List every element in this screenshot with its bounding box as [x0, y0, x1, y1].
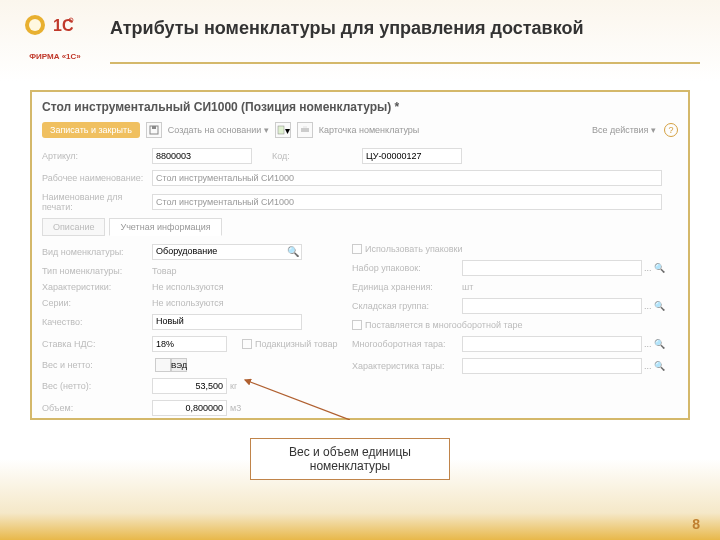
char-value: Не используются [152, 282, 224, 292]
volume-unit: м3 [230, 403, 241, 413]
weight-unit: кг [230, 381, 237, 391]
item-tax-checkbox[interactable] [242, 339, 252, 349]
volume-label: Объем: [42, 403, 152, 413]
multitare-checkbox[interactable] [352, 320, 362, 330]
kind-label: Вид номенклатуры: [42, 247, 152, 257]
save-close-button[interactable]: Записать и закрыть [42, 122, 140, 138]
floppy-icon [149, 125, 159, 135]
printname-input[interactable] [152, 194, 662, 210]
vat-label: Ставка НДС: [42, 339, 152, 349]
toggle-empty[interactable] [155, 358, 171, 372]
print-icon-button[interactable] [297, 122, 313, 138]
svg-point-1 [29, 19, 41, 31]
help-icon[interactable]: ? [664, 123, 678, 137]
multitare-field-label: Многооборотная тара: [352, 339, 462, 349]
tarechar-label: Характеристика тары: [352, 361, 462, 371]
series-value: Не используются [152, 298, 224, 308]
toggle-ved[interactable]: ВЭД [171, 358, 187, 372]
use-pack-checkbox[interactable] [352, 244, 362, 254]
code-label: Код: [272, 151, 362, 161]
char-label: Характеристики: [42, 282, 152, 292]
weight-label: Вес (нетто): [42, 381, 152, 391]
storeunit-label: Единица хранения: [352, 282, 462, 292]
kind-input[interactable]: Оборудование🔍 [152, 244, 302, 260]
code-input[interactable] [362, 148, 462, 164]
packset-input[interactable] [462, 260, 642, 276]
svg-rect-7 [278, 126, 284, 134]
tarechar-input[interactable] [462, 358, 642, 374]
printname-label: Наименование для печати: [42, 192, 152, 212]
toolbar: Записать и закрыть Создать на основании … [42, 122, 678, 138]
tab-description[interactable]: Описание [42, 218, 105, 236]
ellipsis-icon[interactable]: ... 🔍 [644, 301, 665, 311]
ellipsis-icon[interactable]: ... 🔍 [644, 361, 665, 371]
page-number: 8 [692, 516, 700, 532]
packset-label: Набор упаковок: [352, 263, 462, 273]
save-icon-button[interactable] [146, 122, 162, 138]
report-icon [276, 125, 285, 135]
card-button[interactable]: Карточка номенклатуры [319, 125, 420, 135]
multitare-label: Поставляется в многооборотной таре [365, 320, 522, 330]
quality-input[interactable]: Новый [152, 314, 302, 330]
vat-input[interactable] [152, 336, 227, 352]
workname-label: Рабочее наименование: [42, 173, 152, 183]
logo-subtitle: ФИРМА «1С» [20, 52, 90, 61]
all-actions-button[interactable]: Все действия ▾ [592, 125, 656, 135]
article-label: Артикул: [42, 151, 152, 161]
ellipsis-icon[interactable]: ... 🔍 [644, 339, 665, 349]
stockgroup-label: Складская группа: [352, 301, 462, 311]
form-title: Стол инструментальный СИ1000 (Позиция но… [42, 100, 678, 114]
weightvol-section-label: Вес и нетто: [42, 360, 152, 370]
type-value: Товар [152, 266, 177, 276]
weight-input[interactable] [152, 378, 227, 394]
create-based-button[interactable]: Создать на основании ▾ [168, 125, 269, 135]
logo-block: 1C ® ФИРМА «1С» [20, 10, 90, 61]
printer-icon [300, 125, 310, 135]
article-input[interactable] [152, 148, 252, 164]
report-icon-button[interactable]: ▾ [275, 122, 291, 138]
stockgroup-input[interactable] [462, 298, 642, 314]
item-tax-label: Подакцизный товар [255, 339, 337, 349]
slide-title: Атрибуты номенклатуры для управления дос… [110, 18, 584, 40]
source-toggle[interactable]: ВЭД [155, 358, 187, 372]
use-pack-label: Использовать упаковки [365, 244, 463, 254]
1c-logo-icon: 1C ® [23, 13, 78, 48]
form-panel: Стол инструментальный СИ1000 (Позиция но… [30, 90, 690, 420]
multitare-input[interactable] [462, 336, 642, 352]
svg-rect-9 [303, 126, 307, 128]
tab-account-info[interactable]: Учетная информация [109, 218, 221, 236]
ellipsis-icon[interactable]: ... 🔍 [644, 263, 665, 273]
series-label: Серии: [42, 298, 152, 308]
quality-label: Качество: [42, 317, 152, 327]
svg-rect-8 [301, 128, 309, 132]
lookup-icon[interactable]: 🔍 [287, 246, 299, 257]
volume-input[interactable] [152, 400, 227, 416]
tabs: Описание Учетная информация [42, 218, 678, 236]
storeunit-value: шт [462, 282, 473, 292]
title-underline [110, 62, 700, 64]
svg-rect-6 [152, 126, 156, 129]
type-label: Тип номенклатуры: [42, 266, 152, 276]
workname-input[interactable] [152, 170, 662, 186]
callout-box: Вес и объем единицы номенклатуры [250, 438, 450, 480]
